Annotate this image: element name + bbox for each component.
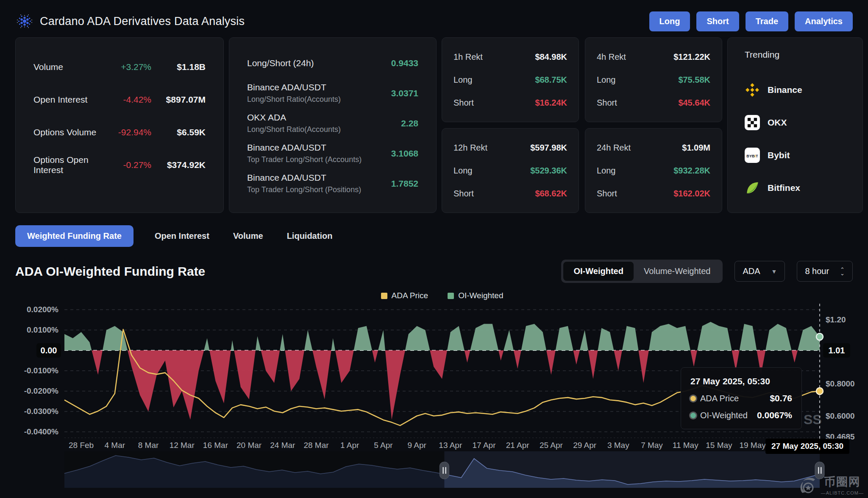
rekt-short-label: Short [597, 189, 673, 199]
ratio-value: 2.28 [401, 118, 418, 129]
ratio-value: 1.7852 [391, 179, 418, 189]
navigator-selection[interactable] [444, 451, 820, 488]
rekt-short-label: Short [453, 189, 535, 199]
trending-name: OKX [768, 118, 787, 128]
stat-cards-row: Volume +3.27% $1.18B Open Interest -4.42… [15, 37, 863, 213]
rekt-total: $121.22K [673, 52, 710, 62]
ratio-row: Binance ADA/USDT Top Trader Long/Short (… [247, 138, 418, 168]
yellow-dot-icon [690, 396, 696, 401]
rekt-card-12h: 12h Rekt$597.98K Long$529.36K Short$68.6… [442, 128, 579, 213]
legend-label: OI-Weighted [458, 291, 503, 300]
toggle-oi-weighted[interactable]: OI-Weighted [563, 262, 633, 281]
symbol-select-value: ADA [743, 266, 760, 276]
trade-button[interactable]: Trade [746, 11, 788, 31]
chevron-down-icon: ▼ [771, 268, 777, 275]
page-title: Cardano ADA Derivatives Data Analysis [40, 15, 245, 28]
ratio-sublabel: Top Trader Long/Short (Accounts) [247, 155, 391, 164]
crosshair-price-dot [816, 388, 823, 394]
rekt-period: 1h Rekt [453, 52, 535, 62]
left-axis-tick: 0.0200% [27, 305, 58, 314]
x-axis-tick: 4 Mar [105, 441, 125, 450]
trending-name: Bybit [768, 150, 790, 160]
ratio-sublabel: Long/Short Ratio(Accounts) [247, 125, 401, 134]
bitfinex-icon [745, 180, 760, 196]
legend-swatch-green [448, 293, 454, 299]
x-axis-tick: 16 Mar [203, 441, 228, 450]
ratio-value: 0.9433 [391, 58, 418, 68]
x-axis-tick: 5 Apr [374, 441, 393, 450]
navigator-handle-left[interactable] [440, 462, 449, 479]
analytics-button[interactable]: Analytics [795, 11, 853, 31]
long-button[interactable]: Long [649, 11, 690, 31]
ratio-row: Long/Short (24h) 0.9433 [247, 48, 418, 78]
rekt-long-label: Long [597, 166, 673, 176]
x-axis-tick: 8 Mar [138, 441, 159, 450]
x-axis-tick: 7 May [641, 441, 663, 450]
tooltip-date: 27 May 2025, 05:30 [690, 376, 792, 386]
stat-value: $1.18B [151, 62, 206, 72]
ratio-label: Binance ADA/USDT [247, 173, 391, 183]
trending-item-bitfinex[interactable]: Bitfinex [745, 171, 846, 204]
rekt-long-value: $75.58K [678, 75, 710, 85]
interval-select[interactable]: 8 hour ⌃⌄ [797, 261, 853, 282]
crosshair-funding-dot [816, 333, 823, 340]
rekt-short-value: $16.24K [535, 98, 567, 108]
toggle-volume-weighted[interactable]: Volume-Weighted [634, 262, 721, 281]
crosshair-date-box: 27 May 2025, 05:30 [765, 439, 849, 454]
legend-ada-price[interactable]: ADA Price [381, 291, 428, 300]
up-down-chevrons-icon: ⌃⌄ [840, 268, 845, 275]
rekt-long-label: Long [453, 166, 530, 176]
stat-value: $6.59K [151, 127, 206, 137]
rekt-short-label: Short [453, 98, 535, 108]
ratio-sublabel: Long/Short Ratio(Accounts) [247, 95, 391, 104]
teal-dot-icon [690, 413, 696, 418]
stat-label: Volume [33, 62, 101, 72]
zero-label: 0.00 [41, 346, 57, 355]
tooltip-label: ADA Price [700, 394, 770, 403]
tab-liquidation[interactable]: Liquidation [284, 225, 335, 247]
tab-open-interest[interactable]: Open Interest [152, 225, 212, 247]
rekt-short-value: $162.02K [673, 189, 710, 199]
tooltip-value: 0.0067% [757, 410, 792, 420]
stat-change: +3.27% [101, 62, 151, 72]
tooltip-row-price: ADA Price $0.76 [690, 393, 792, 403]
okx-icon [745, 115, 760, 130]
x-axis-tick: 17 Apr [473, 441, 496, 450]
legend-oi-weighted[interactable]: OI-Weighted [448, 291, 503, 300]
trending-item-bybit[interactable]: BYBIT Bybit [745, 139, 846, 171]
right-axis-tick: $0.8000 [826, 379, 855, 388]
left-axis-tick: 0.0100% [27, 325, 58, 334]
ratio-row: OKX ADA Long/Short Ratio(Accounts) 2.28 [247, 108, 418, 138]
chart-controls: OI-Weighted Volume-Weighted ADA ▼ 8 hour… [561, 260, 853, 283]
tab-volume[interactable]: Volume [231, 225, 266, 247]
chart-legend: ADA Price OI-Weighted [64, 291, 820, 300]
tooltip-row-funding: OI-Weighted 0.0067% [690, 410, 792, 420]
market-stats-card: Volume +3.27% $1.18B Open Interest -4.42… [15, 37, 224, 213]
left-axis-tick: -0.0200% [24, 386, 58, 395]
right-axis-tick: $1.20 [826, 315, 846, 324]
rekt-long-label: Long [453, 75, 535, 85]
x-axis-tick: 9 Apr [407, 441, 426, 450]
short-button[interactable]: Short [696, 11, 739, 31]
trending-item-okx[interactable]: OKX [745, 106, 846, 139]
x-axis-tick: 25 Apr [540, 441, 563, 450]
rekt-short-label: Short [597, 98, 678, 108]
x-axis-tick: 21 Apr [506, 441, 530, 450]
stat-label: Open Interest [33, 95, 101, 105]
trending-title: Trending [745, 50, 846, 60]
rekt-card-4h: 4h Rekt$121.22K Long$75.58K Short$45.64K [585, 37, 722, 122]
current-price-label-box [823, 343, 850, 358]
x-axis-tick: 28 Mar [303, 441, 329, 450]
trending-name: Binance [768, 85, 802, 95]
chart-tabs: Weighted Funding Rate Open Interest Volu… [15, 225, 335, 247]
watermark-url: —ALIBTC.COM— [821, 490, 864, 495]
rekt-card-24h: 24h Rekt$1.09M Long$932.28K Short$162.02… [585, 128, 722, 213]
navigator-area [64, 456, 820, 488]
rekt-total: $597.98K [530, 143, 567, 153]
trending-item-binance[interactable]: Binance [745, 73, 846, 106]
trending-card: Trending Binance [727, 37, 863, 213]
tab-weighted-funding-rate[interactable]: Weighted Funding Rate [15, 225, 134, 247]
symbol-select[interactable]: ADA ▼ [734, 261, 785, 282]
left-axis-tick: -0.0400% [24, 427, 58, 436]
dashboard: Cardano ADA Derivatives Data Analysis Lo… [0, 0, 868, 498]
